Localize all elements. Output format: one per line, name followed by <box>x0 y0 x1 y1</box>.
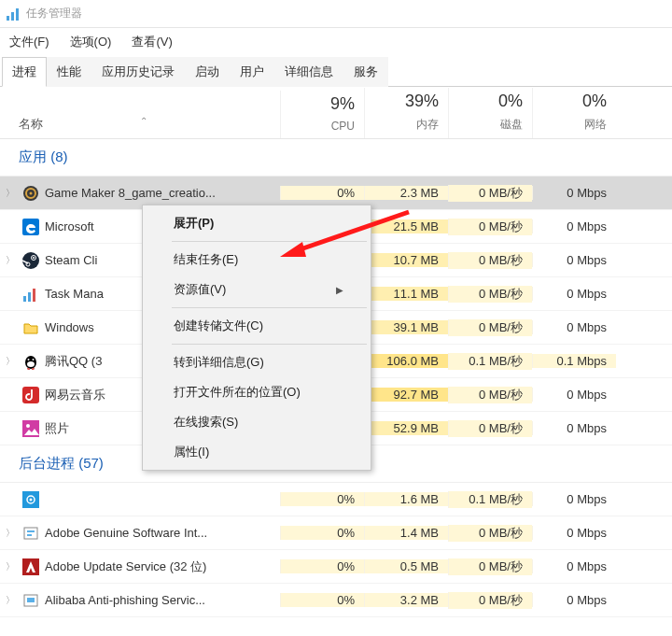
col-cpu-label: CPU <box>331 120 355 133</box>
cell-cpu: 0% <box>280 186 364 200</box>
tab-apphistory[interactable]: 应用历史记录 <box>91 57 185 87</box>
col-net-pct: 0% <box>582 92 607 111</box>
table-row[interactable]: 〉 Adobe Genuine Software Int... 0% 1.4 M… <box>0 516 672 550</box>
ctx-expand[interactable]: 展开(P) <box>146 208 368 238</box>
cell-mem: 2.3 MB <box>364 186 448 200</box>
tab-details[interactable]: 详细信息 <box>274 57 343 87</box>
cell-net: 0 Mbps <box>532 287 616 301</box>
cell-cpu: 0% <box>280 593 364 607</box>
chevron-right-icon[interactable]: 〉 <box>4 594 17 607</box>
edge-icon <box>22 219 39 235</box>
cell-net: 0 Mbps <box>532 219 616 233</box>
sort-caret-icon: ⌃ <box>140 116 147 126</box>
svg-point-5 <box>30 191 33 194</box>
svg-rect-26 <box>27 534 32 536</box>
gear-icon <box>22 491 39 508</box>
svg-rect-25 <box>27 530 35 532</box>
svg-point-16 <box>28 359 30 360</box>
cell-net: 0 Mbps <box>532 186 616 200</box>
tab-performance[interactable]: 性能 <box>47 57 91 87</box>
col-cpu-pct: 9% <box>330 94 355 114</box>
cell-net: 0.1 Mbps <box>532 354 616 368</box>
tab-services[interactable]: 服务 <box>343 57 388 87</box>
cell-cpu: 0% <box>280 492 364 506</box>
process-name: 网易云音乐 <box>45 387 105 403</box>
col-mem[interactable]: 39% 内存 <box>364 88 448 138</box>
adobe-icon <box>22 558 39 575</box>
col-name[interactable]: ⌃ 名称 <box>0 112 280 138</box>
ctx-end-task[interactable]: 结束任务(E) <box>146 245 368 275</box>
tab-processes[interactable]: 进程 <box>2 57 47 87</box>
table-row[interactable]: 〉 Alibaba Anti-phishing Servic... 0% 3.2… <box>0 584 672 617</box>
svg-rect-29 <box>27 598 35 602</box>
cell-disk: 0 MB/秒 <box>448 319 532 336</box>
cell-disk: 0 MB/秒 <box>448 219 532 235</box>
cell-net: 0 Mbps <box>532 388 616 402</box>
window-title: 任务管理器 <box>26 6 82 21</box>
folder-icon <box>22 319 39 336</box>
cell-net: 0 Mbps <box>532 593 616 607</box>
ctx-resource-label: 资源值(V) <box>174 281 226 298</box>
svg-point-17 <box>33 359 35 360</box>
ctx-expand-label: 展开(P) <box>174 215 214 232</box>
svg-rect-11 <box>23 296 26 302</box>
col-cpu[interactable]: 9% CPU <box>280 91 364 138</box>
cell-net: 0 Mbps <box>532 253 616 267</box>
process-name: Adobe Update Service (32 位) <box>45 558 206 575</box>
process-name: Microsoft <box>45 219 94 233</box>
cell-disk: 0 MB/秒 <box>448 558 532 575</box>
svg-point-15 <box>27 361 35 367</box>
gamemaker-icon <box>22 185 39 202</box>
cell-mem: 0.5 MB <box>364 559 448 573</box>
ctx-goto-details[interactable]: 转到详细信息(G) <box>146 347 368 377</box>
ctx-search-online[interactable]: 在线搜索(S) <box>146 407 368 437</box>
menu-options[interactable]: 选项(O) <box>64 30 118 54</box>
ctx-end-task-label: 结束任务(E) <box>174 251 238 268</box>
netease-icon <box>22 387 39 403</box>
separator <box>172 344 367 345</box>
svg-rect-2 <box>16 8 19 21</box>
col-disk-pct: 0% <box>498 92 523 111</box>
ctx-create-dump[interactable]: 创建转储文件(C) <box>146 311 368 341</box>
ctx-open-location[interactable]: 打开文件所在的位置(O) <box>146 377 368 407</box>
process-name: 腾讯QQ (3 <box>45 353 102 370</box>
cell-cpu: 0% <box>280 559 364 573</box>
chevron-right-icon[interactable]: 〉 <box>4 355 17 368</box>
ctx-properties[interactable]: 属性(I) <box>146 437 368 467</box>
col-net-label: 网络 <box>584 117 607 133</box>
separator <box>172 241 367 242</box>
adobe-ags-icon <box>22 525 39 542</box>
cell-disk: 0 MB/秒 <box>448 185 532 202</box>
menu-view[interactable]: 查看(V) <box>126 30 177 54</box>
menubar: 文件(F) 选项(O) 查看(V) <box>0 28 672 56</box>
tab-startup[interactable]: 启动 <box>185 57 230 87</box>
ctx-details-label: 转到详细信息(G) <box>174 354 264 371</box>
chevron-right-icon[interactable]: 〉 <box>4 560 17 573</box>
ctx-resource-values[interactable]: 资源值(V)▶ <box>146 275 368 304</box>
cell-mem: 21.5 MB <box>364 219 448 233</box>
separator <box>172 307 367 308</box>
cell-disk: 0 MB/秒 <box>448 286 532 303</box>
cell-disk: 0 MB/秒 <box>448 387 532 403</box>
cell-mem: 106.0 MB <box>364 354 448 368</box>
cell-mem: 52.9 MB <box>364 421 448 435</box>
svg-point-9 <box>33 257 35 259</box>
table-row[interactable]: 〉 0% 1.6 MB 0.1 MB/秒 0 Mbps <box>0 483 672 516</box>
cell-mem: 1.4 MB <box>364 526 448 540</box>
chevron-right-icon: ▶ <box>336 285 343 295</box>
chevron-right-icon[interactable]: 〉 <box>4 527 17 540</box>
photos-icon <box>22 420 39 437</box>
chevron-right-icon[interactable]: 〉 <box>4 254 17 267</box>
menu-file[interactable]: 文件(F) <box>4 30 55 54</box>
table-row[interactable]: 〉 Adobe Update Service (32 位) 0% 0.5 MB … <box>0 550 672 584</box>
col-net[interactable]: 0% 网络 <box>532 88 616 138</box>
ctx-search-label: 在线搜索(S) <box>174 414 238 431</box>
tab-users[interactable]: 用户 <box>230 57 274 87</box>
alibaba-icon <box>22 592 39 609</box>
col-disk[interactable]: 0% 磁盘 <box>448 88 532 138</box>
col-mem-pct: 39% <box>405 92 439 111</box>
process-name: 照片 <box>45 420 69 437</box>
svg-rect-24 <box>24 528 37 539</box>
chevron-right-icon[interactable]: 〉 <box>4 187 17 200</box>
cell-disk: 0.1 MB/秒 <box>448 353 532 370</box>
